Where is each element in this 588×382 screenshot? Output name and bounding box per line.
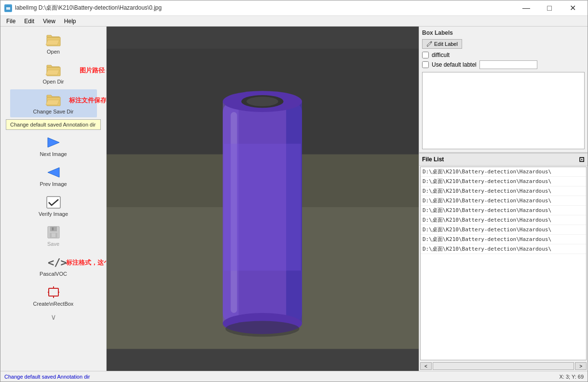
list-item[interactable]: D:\桌面\K210\Battery-detection\Hazardous\: [421, 225, 586, 235]
right-panel: Box Labels Edit Label difficult Use defa…: [419, 27, 588, 371]
file-list-header: File List ⊡: [419, 154, 588, 166]
list-item[interactable]: D:\桌面\K210\Battery-detection\Hazardous\: [421, 167, 586, 177]
main-content: Open Open Dir 图片路径: [0, 27, 588, 371]
save-label: Save: [47, 241, 59, 247]
svg-point-32: [246, 97, 278, 106]
list-item[interactable]: D:\桌面\K210\Battery-detection\Hazardous\: [421, 215, 586, 225]
svg-rect-18: [49, 288, 58, 296]
maximize-button[interactable]: □: [538, 0, 561, 16]
pascal-voc-icon: </>: [46, 255, 61, 270]
create-rect-box-button[interactable]: Create\nRectBox: [10, 282, 97, 310]
horizontal-scrollbar[interactable]: [433, 362, 574, 370]
next-image-icon: [46, 135, 61, 150]
statusbar: Change default saved Annotation dir X: 3…: [0, 371, 588, 382]
pascal-voc-button[interactable]: </> PascalVOC 标注格式，这个不用动: [10, 252, 97, 280]
default-label-row: Use default labtel: [422, 60, 585, 69]
scroll-right-button[interactable]: >: [575, 362, 587, 370]
svg-rect-14: [52, 233, 55, 237]
list-item[interactable]: D:\桌面\K210\Battery-detection\Hazardous\: [421, 206, 586, 215]
toolbar-tooltip: Change default saved Annotation dir: [6, 119, 101, 130]
svg-rect-1: [6, 7, 10, 10]
verify-image-label: Verify Image: [39, 211, 68, 217]
label-text-area: [422, 72, 585, 149]
window-title: labelImg D:\桌面\K210\Battery-detection\Ha…: [15, 4, 162, 12]
create-rect-box-icon: [46, 284, 61, 300]
menu-file[interactable]: File: [2, 17, 19, 26]
box-labels-section: Box Labels Edit Label difficult Use defa…: [419, 27, 588, 153]
annotation-format: 标注格式，这个不用动: [66, 258, 107, 267]
open-dir-button[interactable]: Open Dir 图片路径: [10, 59, 97, 87]
next-image-label: Next Image: [40, 151, 67, 157]
file-list-section: File List ⊡ D:\桌面\K210\Battery-detection…: [419, 153, 588, 371]
file-list-icon: ⊡: [579, 156, 585, 163]
list-item[interactable]: D:\桌面\K210\Battery-detection\Hazardous\: [421, 177, 586, 186]
change-save-dir-button[interactable]: Change Save Dir 标注文件保存路径: [10, 89, 97, 117]
open-dir-icon: [46, 62, 61, 78]
next-image-button[interactable]: Next Image: [10, 132, 97, 160]
use-default-label-checkbox[interactable]: [422, 61, 429, 68]
minimize-button[interactable]: —: [515, 0, 537, 16]
save-button[interactable]: Save: [10, 222, 97, 250]
use-default-label-text: Use default labtel: [432, 61, 477, 68]
svg-marker-9: [48, 168, 59, 177]
list-item[interactable]: D:\桌面\K210\Battery-detection\Hazardous\: [421, 244, 586, 254]
edit-icon: [426, 41, 432, 47]
open-button[interactable]: Open: [10, 29, 97, 57]
verify-image-icon: [46, 195, 61, 210]
tooltip-text: Change default saved Annotation dir: [10, 122, 96, 127]
window-controls: — □ ✕: [515, 0, 584, 16]
prev-image-label: Prev Image: [40, 181, 67, 187]
open-icon: [46, 32, 61, 48]
svg-marker-8: [48, 138, 59, 147]
open-label: Open: [47, 49, 60, 55]
annotation-save-path: 标注文件保存路径: [69, 96, 107, 105]
edit-label-button[interactable]: Edit Label: [422, 39, 462, 49]
menu-view[interactable]: View: [39, 17, 59, 26]
prev-image-button[interactable]: Prev Image: [10, 162, 97, 190]
change-save-dir-label: Change Save Dir: [33, 109, 74, 114]
image-canvas: [107, 27, 419, 371]
app-icon: [4, 4, 12, 12]
main-window: labelImg D:\桌面\K210\Battery-detection\Ha…: [0, 0, 588, 382]
scroll-indicator: ∨: [51, 312, 56, 322]
status-message: Change default saved Annotation dir: [4, 374, 90, 380]
svg-rect-15: [52, 227, 54, 230]
list-item[interactable]: D:\桌面\K210\Battery-detection\Hazardous\: [421, 186, 586, 196]
create-rect-box-label: Create\nRectBox: [33, 301, 74, 307]
box-labels-title: Box Labels: [422, 29, 585, 36]
svg-rect-34: [224, 144, 301, 271]
file-list-title: File List: [422, 156, 444, 163]
change-save-dir-icon: [46, 92, 61, 108]
pascal-voc-label: PascalVOC: [40, 271, 67, 277]
annotation-img-path: 图片路径: [80, 66, 105, 75]
svg-point-35: [225, 321, 299, 337]
menu-help[interactable]: Help: [60, 17, 80, 26]
scroll-left-button[interactable]: <: [420, 362, 432, 370]
prev-image-icon: [46, 165, 61, 180]
menu-edit[interactable]: Edit: [20, 17, 38, 26]
menubar: File Edit View Help: [0, 16, 588, 27]
difficult-checkbox[interactable]: [422, 52, 429, 58]
svg-rect-2: [7, 5, 9, 7]
titlebar: labelImg D:\桌面\K210\Battery-detection\Ha…: [0, 0, 588, 16]
file-list-items[interactable]: D:\桌面\K210\Battery-detection\Hazardous\ …: [420, 167, 587, 360]
status-coordinates: X: 3; Y: 69: [559, 374, 584, 380]
list-item[interactable]: D:\桌面\K210\Battery-detection\Hazardous\: [421, 235, 586, 244]
titlebar-left: labelImg D:\桌面\K210\Battery-detection\Ha…: [4, 4, 162, 12]
open-dir-label: Open Dir: [42, 79, 64, 85]
default-label-input[interactable]: [479, 60, 537, 69]
left-toolbar: Open Open Dir 图片路径: [0, 27, 107, 371]
close-button[interactable]: ✕: [561, 0, 584, 16]
save-icon: [46, 225, 61, 240]
list-item[interactable]: D:\桌面\K210\Battery-detection\Hazardous\: [421, 196, 586, 206]
edit-label-text: Edit Label: [434, 41, 458, 47]
verify-image-button[interactable]: Verify Image: [10, 192, 97, 220]
image-area[interactable]: [107, 27, 419, 371]
difficult-label: difficult: [432, 52, 450, 58]
svg-text:</>: </>: [48, 256, 67, 269]
file-list-scrollbar-area: < >: [420, 362, 587, 370]
difficult-row: difficult: [422, 52, 585, 58]
